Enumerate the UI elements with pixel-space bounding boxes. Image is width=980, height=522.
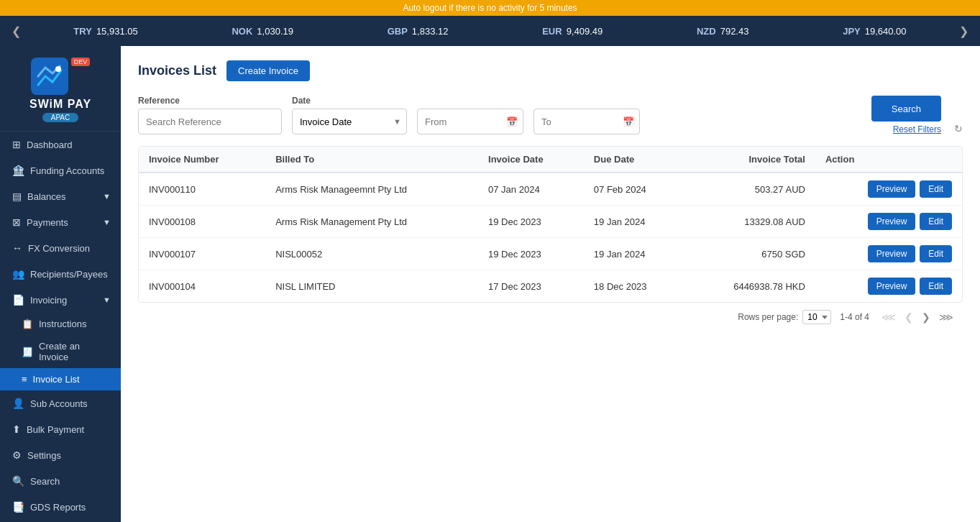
ticker-code: TRY	[73, 26, 92, 37]
page-buttons: ⋘ ❮ ❯ ⋙	[878, 310, 957, 324]
col-invoice-date: Invoice Date	[478, 147, 584, 173]
preview-button[interactable]: Preview	[868, 213, 916, 230]
page-info: 1-4 of 4	[840, 312, 869, 322]
sidebar-item-recipients[interactable]: 👥Recipients/Payees	[0, 261, 121, 287]
rows-per-page-label: Rows per page:	[738, 312, 798, 322]
nav-icon-fx-conversion: ↔	[12, 242, 22, 254]
ticker-item-try: TRY15,931.05	[73, 26, 137, 37]
page-title: Invoices List	[138, 63, 216, 78]
cell-invoice-number: INV000107	[139, 238, 265, 270]
chevron-icon: ▼	[103, 296, 111, 304]
ticker-prev-arrow[interactable]: ❮	[6, 24, 27, 38]
cell-billed-to: NISL LIMITED	[265, 270, 478, 303]
svg-rect-0	[31, 58, 68, 95]
sidebar-item-balances[interactable]: ▤Balances▼	[0, 183, 121, 209]
alert-message: Auto logout if there is no activity for …	[403, 3, 577, 13]
sidebar-item-fx-conversion[interactable]: ↔FX Conversion	[0, 235, 121, 261]
nav-label-dashboard: Dashboard	[27, 139, 73, 150]
date-label: Date	[292, 96, 407, 106]
reset-filters-link[interactable]: Reset Filters	[893, 124, 941, 134]
edit-button[interactable]: Edit	[920, 278, 952, 295]
table-row: INV000110 Arms Risk Manageemnt Pty Ltd 0…	[139, 173, 962, 206]
nav-label-funding-accounts: Funding Accounts	[30, 165, 104, 176]
invoices-table-container: Invoice Number Billed To Invoice Date Du…	[138, 146, 963, 303]
nav-icon-invoice-list: ≡	[22, 374, 27, 385]
nav-icon-search: 🔍	[12, 475, 24, 487]
nav-icon-recipients: 👥	[12, 268, 24, 280]
sidebar-item-sub-accounts[interactable]: 👤Sub Accounts	[0, 390, 121, 416]
ticker-value: 792.43	[720, 26, 749, 37]
ticker-value: 1,030.19	[257, 26, 293, 37]
ticker-item-jpy: JPY19,640.00	[843, 26, 906, 37]
nav-icon-instructions: 📋	[22, 319, 33, 329]
svg-point-1	[55, 66, 61, 72]
chevron-icon: ▼	[103, 192, 111, 201]
main-content: Invoices List Create Invoice Reference D…	[121, 46, 980, 522]
refresh-button[interactable]: ↻	[954, 123, 963, 134]
to-date-input[interactable]	[533, 109, 640, 134]
ticker-code: JPY	[843, 26, 861, 37]
table-row: INV000107 NISL00052 19 Dec 2023 19 Jan 2…	[139, 238, 962, 270]
preview-button[interactable]: Preview	[868, 278, 916, 295]
nav-label-search: Search	[30, 476, 60, 487]
sidebar-item-instructions[interactable]: 📋Instructions	[0, 313, 121, 335]
edit-button[interactable]: Edit	[920, 245, 952, 262]
sidebar-item-dashboard[interactable]: ⊞Dashboard	[0, 132, 121, 157]
nav-label-create-invoice: Create an Invoice	[39, 341, 111, 362]
ticker-next-arrow[interactable]: ❯	[953, 24, 974, 38]
cell-invoice-number: INV000108	[139, 206, 265, 238]
page-last-button[interactable]: ⋙	[935, 310, 957, 324]
search-button[interactable]: Search	[871, 96, 941, 122]
nav-icon-funding-accounts: 🏦	[12, 165, 24, 176]
table-row: INV000108 Arms Risk Management Pty Ltd 1…	[139, 206, 962, 238]
ticker-value: 15,931.05	[96, 26, 138, 37]
page-next-button[interactable]: ❯	[918, 310, 934, 324]
app-name: SWiM PAY	[29, 98, 91, 111]
col-action: Action	[815, 147, 962, 173]
cell-action: Preview Edit	[815, 173, 962, 206]
nav-icon-bulk-payment: ⬆	[12, 423, 21, 435]
col-billed-to: Billed To	[265, 147, 478, 173]
nav-icon-payments: ⊠	[12, 216, 21, 228]
ticker-code: NOK	[232, 26, 252, 37]
ticker-item-eur: EUR9,409.49	[542, 26, 603, 37]
sidebar-item-settings[interactable]: ⚙Settings	[0, 442, 121, 468]
nav-icon-invoicing: 📄	[12, 294, 24, 306]
sidebar-item-payments[interactable]: ⊠Payments▼	[0, 209, 121, 235]
edit-button[interactable]: Edit	[920, 180, 952, 198]
sidebar-item-invoice-list[interactable]: ≡Invoice List	[0, 368, 121, 390]
cell-billed-to: NISL00052	[265, 238, 478, 270]
col-due-date: Due Date	[584, 147, 687, 173]
preview-button[interactable]: Preview	[868, 180, 916, 198]
sidebar-item-invoicing[interactable]: 📄Invoicing▼	[0, 287, 121, 313]
cell-action: Preview Edit	[815, 238, 962, 270]
page-first-button[interactable]: ⋘	[878, 310, 899, 324]
pagination-row: Rows per page: 10 25 50 1-4 of 4 ⋘ ❮ ❯ ⋙	[138, 303, 963, 331]
nav-label-bulk-payment: Bulk Payment	[27, 424, 84, 435]
date-type-select[interactable]: Invoice Date Due Date	[292, 109, 407, 134]
sidebar-item-gds-reports[interactable]: 📑GDS Reports	[0, 494, 121, 520]
sidebar-item-create-invoice[interactable]: 🧾Create an Invoice	[0, 335, 121, 368]
edit-button[interactable]: Edit	[920, 213, 952, 230]
nav-label-instructions: Instructions	[39, 319, 86, 329]
rows-per-page-select[interactable]: 10 25 50	[802, 310, 831, 324]
cell-invoice-date: 17 Dec 2023	[478, 270, 584, 303]
sidebar-item-search[interactable]: 🔍Search	[0, 468, 121, 494]
from-date-input[interactable]	[417, 109, 523, 134]
create-invoice-button[interactable]: Create Invoice	[226, 60, 310, 81]
reference-label: Reference	[138, 96, 282, 106]
page-prev-button[interactable]: ❮	[901, 310, 917, 324]
sidebar-item-bulk-payment[interactable]: ⬆Bulk Payment	[0, 416, 121, 442]
from-date-group: 📅	[417, 109, 523, 134]
cell-invoice-number: INV000110	[139, 173, 265, 206]
cell-invoice-date: 19 Dec 2023	[478, 206, 584, 238]
ticker-items: TRY15,931.05NOK1,030.19GBP1,833.12EUR9,4…	[27, 26, 953, 37]
cell-invoice-total: 6750 SGD	[687, 238, 815, 270]
date-select-wrap: Invoice Date Due Date ▼	[292, 109, 407, 134]
sidebar-item-funding-accounts[interactable]: 🏦Funding Accounts	[0, 157, 121, 183]
cell-due-date: 18 Dec 2023	[584, 270, 687, 303]
reference-input[interactable]	[138, 109, 282, 134]
nav-icon-create-invoice: 🧾	[22, 347, 33, 357]
cell-billed-to: Arms Risk Manageemnt Pty Ltd	[265, 173, 478, 206]
preview-button[interactable]: Preview	[868, 245, 916, 262]
